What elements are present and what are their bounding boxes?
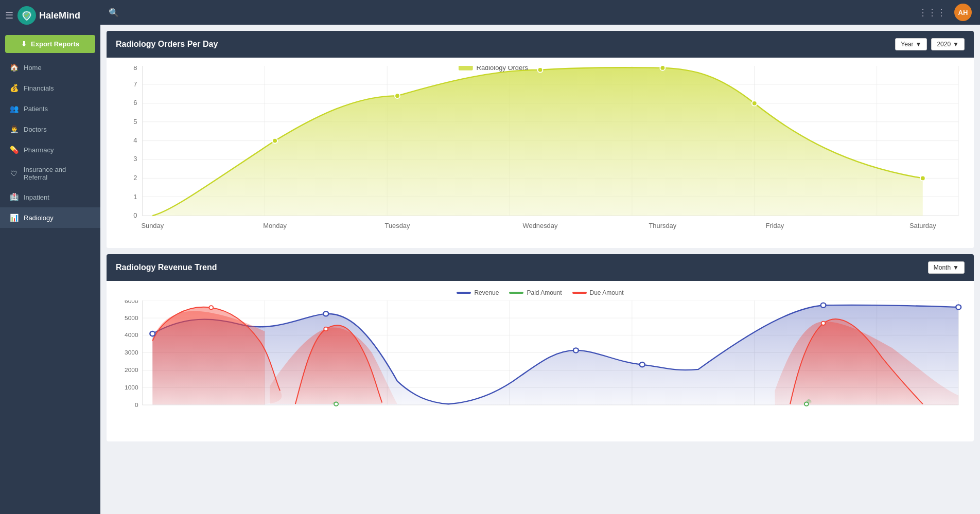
topbar: 🔍 ⋮⋮⋮ AH [100, 0, 980, 25]
search-icon[interactable]: 🔍 [109, 8, 119, 17]
nav-label-doctors: Doctors [24, 126, 47, 133]
nav-label-home: Home [24, 64, 42, 72]
sidebar-item-insurance[interactable]: 🛡 Insurance and Referral [0, 160, 100, 187]
logo-container: HaleMind [18, 6, 80, 25]
nav-icon-radiology: 📊 [9, 213, 19, 222]
nav-icon-patients: 👥 [9, 104, 19, 113]
radiology-orders-card: Radiology Orders Per Day Year ▼ 2020 ▼ [107, 31, 974, 248]
topbar-right: ⋮⋮⋮ AH [918, 4, 972, 21]
month-filter-button[interactable]: Month ▼ [928, 261, 965, 274]
svg-text:3: 3 [133, 155, 137, 163]
svg-text:Monday: Monday [263, 222, 287, 230]
svg-point-64 [323, 311, 328, 316]
nav-icon-pharmacy: 💊 [9, 145, 19, 154]
svg-point-29 [660, 66, 665, 70]
nav-icon-doctors: 👨‍⚕️ [9, 125, 19, 134]
nav-label-inpatient: Inpatient [24, 193, 49, 201]
nav-label-pharmacy: Pharmacy [24, 146, 54, 154]
legend-revenue-label: Revenue [474, 289, 499, 296]
svg-point-68 [956, 305, 961, 309]
svg-text:Thursday: Thursday [649, 222, 677, 230]
svg-text:5: 5 [133, 118, 137, 126]
svg-text:Sunday: Sunday [141, 222, 164, 230]
sidebar-item-home[interactable]: 🏠 Home [0, 57, 100, 78]
legend-revenue: Revenue [457, 289, 499, 296]
nav-icon-financials: 💰 [9, 83, 19, 93]
sidebar-item-pharmacy[interactable]: 💊 Pharmacy [0, 139, 100, 160]
radiology-revenue-controls: Month ▼ [928, 261, 965, 274]
svg-text:5000: 5000 [125, 315, 138, 321]
svg-point-71 [821, 322, 826, 325]
export-reports-button[interactable]: ⬇ Export Reports [5, 35, 95, 53]
svg-point-26 [272, 138, 277, 144]
radiology-revenue-card: Radiology Revenue Trend Month ▼ Revenue … [107, 254, 974, 441]
svg-point-69 [209, 306, 213, 309]
radiology-orders-title: Radiology Orders Per Day [116, 40, 218, 49]
svg-point-67 [821, 303, 826, 308]
nav-icon-inpatient: 🏥 [9, 192, 19, 202]
revenue-chart-legend: Revenue Paid Amount Due Amount [112, 289, 969, 296]
sidebar-item-radiology[interactable]: 📊 Radiology [0, 207, 100, 228]
legend-paid: Paid Amount [509, 289, 562, 296]
main-content: 🔍 ⋮⋮⋮ AH Radiology Orders Per Day Year ▼… [100, 0, 980, 514]
svg-text:1: 1 [133, 193, 137, 201]
svg-point-30 [752, 101, 757, 106]
svg-text:2: 2 [133, 174, 137, 182]
svg-point-31 [920, 176, 925, 181]
radiology-orders-chart-area: 0 1 2 3 4 5 6 7 8 [107, 58, 974, 248]
menu-icon[interactable]: ☰ [5, 10, 13, 21]
svg-text:Tuesday: Tuesday [385, 222, 411, 230]
sidebar-item-inpatient[interactable]: 🏥 Inpatient [0, 187, 100, 207]
legend-revenue-line [457, 292, 471, 294]
grid-icon[interactable]: ⋮⋮⋮ [918, 7, 946, 18]
svg-point-27 [395, 93, 400, 98]
nav-icon-home: 🏠 [9, 63, 19, 72]
nav-label-insurance: Insurance and Referral [24, 166, 91, 181]
svg-text:Saturday: Saturday [909, 222, 936, 230]
svg-text:0: 0 [133, 211, 137, 219]
svg-text:Wednesday: Wednesday [523, 222, 558, 230]
svg-point-66 [640, 362, 645, 367]
svg-text:1000: 1000 [125, 384, 138, 391]
sidebar-item-financials[interactable]: 💰 Financials [0, 78, 100, 98]
avatar[interactable]: AH [954, 4, 972, 21]
export-icon: ⬇ [21, 40, 27, 48]
svg-text:Radiology Orders: Radiology Orders [477, 66, 528, 72]
svg-text:6: 6 [133, 99, 137, 107]
nav-list: 🏠 Home 💰 Financials 👥 Patients 👨‍⚕️ Doct… [0, 57, 100, 228]
radiology-revenue-title: Radiology Revenue Trend [116, 263, 217, 272]
svg-point-28 [538, 67, 543, 73]
svg-text:6000: 6000 [125, 300, 138, 304]
radiology-revenue-chart-area: Revenue Paid Amount Due Amount [107, 281, 974, 435]
sidebar: ☰ HaleMind ⬇ Export Reports 🏠 Home 💰 Fin… [0, 0, 100, 514]
svg-point-72 [334, 402, 338, 406]
export-label: Export Reports [31, 40, 79, 48]
radiology-orders-header: Radiology Orders Per Day Year ▼ 2020 ▼ [107, 31, 974, 58]
radiology-revenue-header: Radiology Revenue Trend Month ▼ [107, 254, 974, 281]
svg-text:4000: 4000 [125, 332, 138, 338]
legend-due-label: Due Amount [590, 289, 624, 296]
year-value-button[interactable]: 2020 ▼ [931, 38, 965, 50]
svg-text:0: 0 [135, 402, 138, 408]
svg-text:7: 7 [133, 80, 137, 88]
svg-text:Friday: Friday [765, 222, 784, 230]
radiology-orders-controls: Year ▼ 2020 ▼ [895, 38, 965, 50]
nav-icon-insurance: 🛡 [9, 169, 19, 178]
logo-icon [18, 6, 36, 25]
svg-point-63 [150, 331, 155, 336]
svg-rect-39 [459, 66, 473, 70]
svg-text:8: 8 [133, 66, 137, 72]
sidebar-item-patients[interactable]: 👥 Patients [0, 98, 100, 119]
legend-paid-label: Paid Amount [527, 289, 562, 296]
legend-due: Due Amount [572, 289, 624, 296]
legend-paid-line [509, 292, 523, 294]
nav-label-financials: Financials [24, 84, 54, 92]
svg-text:3000: 3000 [125, 350, 138, 356]
sidebar-item-doctors[interactable]: 👨‍⚕️ Doctors [0, 119, 100, 139]
legend-due-line [572, 292, 587, 294]
logo-text: HaleMind [39, 10, 80, 21]
radiology-revenue-svg: 0 1000 2000 3000 4000 5000 6000 [112, 300, 969, 424]
year-filter-button[interactable]: Year ▼ [895, 38, 927, 50]
nav-label-patients: Patients [24, 105, 48, 113]
nav-label-radiology: Radiology [24, 214, 54, 222]
